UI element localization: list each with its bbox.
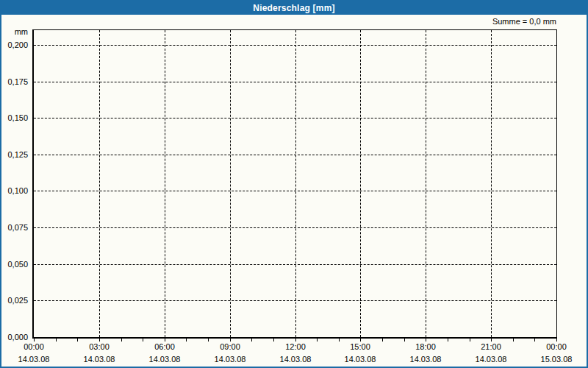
y-tick-label: 0,000 bbox=[1, 333, 28, 342]
x-axis-tick bbox=[556, 339, 557, 342]
x-axis-tick bbox=[251, 339, 252, 342]
x-tick-date-label: 14.03.08 bbox=[74, 355, 124, 364]
x-axis-tick bbox=[186, 339, 187, 342]
y-tick-label: 0,200 bbox=[1, 40, 28, 49]
x-tick-time-label: 06:00 bbox=[140, 342, 190, 351]
x-tick-date-label: 14.03.08 bbox=[9, 355, 59, 364]
x-tick-date-label: 14.03.08 bbox=[466, 355, 516, 364]
x-axis-tick bbox=[273, 339, 274, 342]
x-axis-tick bbox=[143, 339, 143, 342]
x-axis-tick bbox=[448, 339, 448, 342]
x-axis-tick bbox=[165, 339, 165, 342]
x-tick-date-label: 14.03.08 bbox=[335, 355, 385, 364]
y-tick-label: 0,075 bbox=[1, 223, 28, 232]
x-tick-date-label: 15.03.08 bbox=[531, 355, 581, 364]
x-tick-date-label: 14.03.08 bbox=[205, 355, 255, 364]
x-tick-time-label: 03:00 bbox=[74, 342, 124, 351]
x-gridline bbox=[491, 30, 492, 337]
x-axis-tick bbox=[295, 339, 296, 342]
y-tick-label: 0,050 bbox=[1, 260, 28, 269]
plot-area bbox=[32, 29, 557, 339]
x-axis-tick bbox=[382, 339, 383, 342]
x-axis-tick bbox=[230, 339, 231, 342]
x-tick-time-label: 18:00 bbox=[401, 342, 451, 351]
sum-label: Summe = 0,0 mm bbox=[492, 17, 556, 26]
x-axis-tick bbox=[339, 339, 340, 342]
x-axis-tick bbox=[513, 339, 514, 342]
y-tick-label: 0,175 bbox=[1, 77, 28, 86]
x-axis-tick bbox=[99, 339, 100, 342]
x-gridline bbox=[99, 30, 100, 337]
x-axis-tick bbox=[470, 339, 470, 342]
x-tick-time-label: 00:00 bbox=[9, 342, 59, 351]
x-tick-time-label: 09:00 bbox=[205, 342, 255, 351]
x-axis-tick bbox=[34, 339, 35, 342]
x-tick-time-label: 15:00 bbox=[335, 342, 385, 351]
x-axis-tick bbox=[491, 339, 492, 342]
y-axis-unit-label: mm bbox=[1, 27, 28, 36]
x-tick-time-label: 00:00 bbox=[531, 342, 581, 351]
x-gridline bbox=[360, 30, 361, 337]
x-tick-date-label: 14.03.08 bbox=[270, 355, 320, 364]
y-tick-label: 0,125 bbox=[1, 150, 28, 159]
x-axis-tick bbox=[534, 339, 535, 342]
x-axis-tick bbox=[208, 339, 209, 342]
x-tick-date-label: 14.03.08 bbox=[401, 355, 451, 364]
x-gridline bbox=[230, 30, 231, 337]
chart-title: Niederschlag [mm] bbox=[253, 3, 334, 13]
y-tick-label: 0,025 bbox=[1, 296, 28, 305]
x-tick-time-label: 21:00 bbox=[466, 342, 516, 351]
x-gridline bbox=[165, 30, 165, 337]
y-tick-label: 0,100 bbox=[1, 186, 28, 195]
x-tick-time-label: 12:00 bbox=[270, 342, 320, 351]
x-axis-tick bbox=[317, 339, 318, 342]
y-tick-label: 0,150 bbox=[1, 113, 28, 122]
x-axis-tick bbox=[121, 339, 122, 342]
x-axis-tick bbox=[426, 339, 426, 342]
x-axis-tick bbox=[56, 339, 57, 342]
x-axis-tick bbox=[360, 339, 361, 342]
x-gridline bbox=[426, 30, 426, 337]
chart-title-bar: Niederschlag [mm] bbox=[1, 1, 587, 15]
x-gridline bbox=[295, 30, 296, 337]
x-axis-tick bbox=[77, 339, 78, 342]
x-axis-tick bbox=[404, 339, 405, 342]
chart-window: Niederschlag [mm] Summe = 0,0 mm mm 0,20… bbox=[0, 0, 588, 368]
x-tick-date-label: 14.03.08 bbox=[140, 355, 190, 364]
